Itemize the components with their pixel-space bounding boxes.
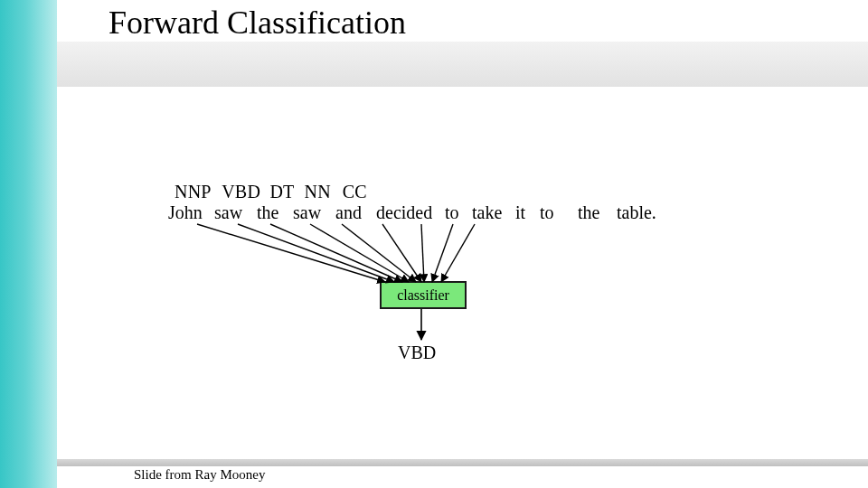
svg-line-6 <box>421 224 424 282</box>
word-to1: to <box>445 202 467 223</box>
svg-line-2 <box>270 224 402 282</box>
svg-line-1 <box>238 224 394 282</box>
word-and: and <box>335 202 372 223</box>
svg-line-3 <box>310 224 409 282</box>
output-tag: VBD <box>398 343 436 363</box>
slide: Forward Classification NNP VBD DT NN CC … <box>0 0 868 488</box>
word-saw2: saw <box>293 202 331 223</box>
word-the1: the <box>257 202 288 223</box>
slide-title: Forward Classification <box>108 4 406 42</box>
tag-nnp: NNP <box>175 182 217 202</box>
content-area: NNP VBD DT NN CC John saw the saw and de… <box>57 87 868 488</box>
tag-vbd: VBD <box>222 182 265 202</box>
word-to2: to <box>540 202 573 223</box>
tag-dt: DT <box>269 182 299 202</box>
word-table: table. <box>617 202 656 223</box>
teal-sidebar <box>0 0 57 488</box>
svg-line-7 <box>432 224 453 282</box>
corner-patch <box>57 0 72 42</box>
svg-line-8 <box>441 224 475 282</box>
tag-cc: CC <box>343 182 373 202</box>
tag-nn: NN <box>305 182 338 202</box>
pos-tags-row: NNP VBD DT NN CC <box>175 182 373 202</box>
title-band <box>57 42 868 88</box>
word-saw1: saw <box>214 202 252 223</box>
word-it: it <box>515 202 535 223</box>
svg-line-0 <box>197 224 385 282</box>
word-decided: decided <box>376 202 440 223</box>
svg-line-4 <box>342 224 416 282</box>
footer-divider <box>57 459 868 466</box>
word-take: take <box>472 202 511 223</box>
svg-line-5 <box>382 224 421 282</box>
footer-credit: Slide from Ray Mooney <box>134 467 265 483</box>
sentence-row: John saw the saw and decided to take it … <box>168 202 656 223</box>
word-john: John <box>168 202 210 223</box>
word-the2: the <box>578 202 612 223</box>
classifier-box: classifier <box>380 281 467 309</box>
